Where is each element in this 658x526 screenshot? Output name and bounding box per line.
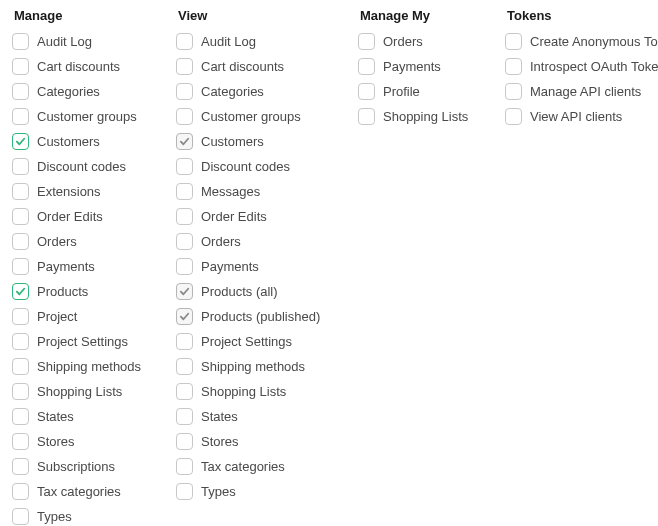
column-view: ViewAudit LogCart discountsCategoriesCus…	[176, 8, 346, 508]
checkbox-introspect-oauth-tokens[interactable]	[505, 58, 522, 75]
checkbox-shopping-lists[interactable]	[12, 383, 29, 400]
checkbox-tax-categories[interactable]	[176, 458, 193, 475]
permission-label: Products (all)	[201, 285, 278, 298]
checkbox-states[interactable]	[12, 408, 29, 425]
permission-item-products: Products	[12, 283, 164, 300]
permission-item-categories: Categories	[176, 83, 346, 100]
checkbox-order-edits[interactable]	[176, 208, 193, 225]
checkbox-states[interactable]	[176, 408, 193, 425]
checkbox-customer-groups[interactable]	[176, 108, 193, 125]
checkbox-tax-categories[interactable]	[12, 483, 29, 500]
permission-label: Stores	[201, 435, 239, 448]
permission-item-view-api-clients: View API clients	[505, 108, 658, 125]
permission-label: Project	[37, 310, 77, 323]
column-heading: Tokens	[505, 8, 658, 23]
checkbox-discount-codes[interactable]	[176, 158, 193, 175]
permission-item-states: States	[176, 408, 346, 425]
permission-label: Discount codes	[37, 160, 126, 173]
column-manage: ManageAudit LogCart discountsCategoriesC…	[12, 8, 164, 526]
permission-item-customer-groups: Customer groups	[176, 108, 346, 125]
checkbox-customer-groups[interactable]	[12, 108, 29, 125]
checkbox-subscriptions[interactable]	[12, 458, 29, 475]
permission-item-customers: Customers	[12, 133, 164, 150]
checkbox-categories[interactable]	[12, 83, 29, 100]
permission-item-states: States	[12, 408, 164, 425]
permission-item-order-edits: Order Edits	[12, 208, 164, 225]
checkbox-products-published[interactable]	[176, 308, 193, 325]
permission-item-subscriptions: Subscriptions	[12, 458, 164, 475]
checkbox-create-anonymous-token[interactable]	[505, 33, 522, 50]
checkbox-categories[interactable]	[176, 83, 193, 100]
checkbox-orders[interactable]	[176, 233, 193, 250]
checkbox-payments[interactable]	[176, 258, 193, 275]
checkbox-payments[interactable]	[12, 258, 29, 275]
checkbox-project-settings[interactable]	[12, 333, 29, 350]
permission-label: View API clients	[530, 110, 622, 123]
permission-label: Products (published)	[201, 310, 320, 323]
permission-label: Products	[37, 285, 88, 298]
permission-item-project: Project	[12, 308, 164, 325]
checkbox-profile[interactable]	[358, 83, 375, 100]
checkbox-customers[interactable]	[12, 133, 29, 150]
checkbox-shopping-lists[interactable]	[358, 108, 375, 125]
permission-label: Introspect OAuth Tokens	[530, 60, 658, 73]
checkbox-discount-codes[interactable]	[12, 158, 29, 175]
permission-item-order-edits: Order Edits	[176, 208, 346, 225]
permission-item-stores: Stores	[12, 433, 164, 450]
permission-item-introspect-oauth-tokens: Introspect OAuth Tokens	[505, 58, 658, 75]
checkbox-payments[interactable]	[358, 58, 375, 75]
permission-label: Create Anonymous Token	[530, 35, 658, 48]
checkbox-shopping-lists[interactable]	[176, 383, 193, 400]
checkbox-products-all[interactable]	[176, 283, 193, 300]
checkbox-audit-log[interactable]	[12, 33, 29, 50]
checkbox-shipping-methods[interactable]	[176, 358, 193, 375]
permission-item-payments: Payments	[358, 58, 493, 75]
checkbox-messages[interactable]	[176, 183, 193, 200]
permission-item-customers: Customers	[176, 133, 346, 150]
permission-label: Customer groups	[201, 110, 301, 123]
checkbox-shipping-methods[interactable]	[12, 358, 29, 375]
permission-label: Order Edits	[37, 210, 103, 223]
checkbox-extensions[interactable]	[12, 183, 29, 200]
checkbox-orders[interactable]	[12, 233, 29, 250]
checkbox-cart-discounts[interactable]	[176, 58, 193, 75]
permission-item-orders: Orders	[176, 233, 346, 250]
permission-item-categories: Categories	[12, 83, 164, 100]
checkbox-order-edits[interactable]	[12, 208, 29, 225]
permission-item-payments: Payments	[12, 258, 164, 275]
checkbox-orders[interactable]	[358, 33, 375, 50]
checkbox-view-api-clients[interactable]	[505, 108, 522, 125]
permission-item-tax-categories: Tax categories	[12, 483, 164, 500]
permission-label: Project Settings	[201, 335, 292, 348]
checkbox-stores[interactable]	[176, 433, 193, 450]
checkbox-audit-log[interactable]	[176, 33, 193, 50]
permission-item-products-all: Products (all)	[176, 283, 346, 300]
permission-item-tax-categories: Tax categories	[176, 458, 346, 475]
permission-item-orders: Orders	[358, 33, 493, 50]
permission-item-orders: Orders	[12, 233, 164, 250]
permission-label: Shopping Lists	[383, 110, 468, 123]
permission-label: Order Edits	[201, 210, 267, 223]
permission-label: States	[37, 410, 74, 423]
permission-label: Payments	[383, 60, 441, 73]
permission-item-manage-api-clients: Manage API clients	[505, 83, 658, 100]
permission-label: Types	[201, 485, 236, 498]
checkbox-project[interactable]	[12, 308, 29, 325]
permission-item-types: Types	[176, 483, 346, 500]
checkbox-products[interactable]	[12, 283, 29, 300]
checkbox-project-settings[interactable]	[176, 333, 193, 350]
permission-label: Shopping Lists	[37, 385, 122, 398]
permission-label: Types	[37, 510, 72, 523]
checkbox-customers[interactable]	[176, 133, 193, 150]
checkbox-stores[interactable]	[12, 433, 29, 450]
checkbox-types[interactable]	[176, 483, 193, 500]
column-heading: Manage	[12, 8, 164, 23]
checkbox-cart-discounts[interactable]	[12, 58, 29, 75]
permission-label: Subscriptions	[37, 460, 115, 473]
permission-label: Discount codes	[201, 160, 290, 173]
permission-label: Customers	[37, 135, 100, 148]
checkbox-manage-api-clients[interactable]	[505, 83, 522, 100]
permission-label: Stores	[37, 435, 75, 448]
checkbox-types[interactable]	[12, 508, 29, 525]
permission-item-shopping-lists: Shopping Lists	[12, 383, 164, 400]
